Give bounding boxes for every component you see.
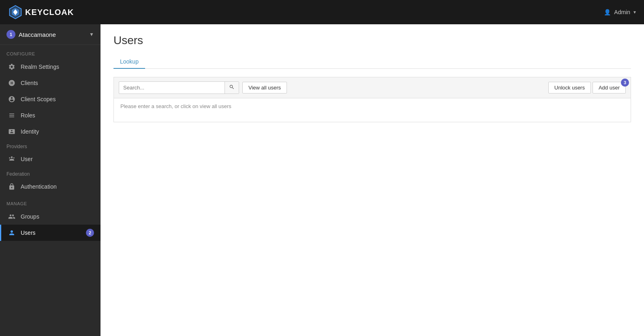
main-content: Users Lookup View all users Unlock users… (101, 24, 644, 336)
search-button[interactable] (225, 82, 239, 94)
user-federation-icon (8, 155, 16, 163)
providers-group-label: Providers (0, 140, 101, 151)
realm-badge: 1 (6, 30, 15, 39)
sidebar-item-user[interactable]: User (0, 151, 101, 167)
sidebar-item-realm-settings[interactable]: Realm Settings (0, 59, 101, 75)
unlock-users-button[interactable]: Unlock users (548, 82, 591, 94)
client-scopes-label: Client Scopes (21, 96, 56, 102)
brand-text: KEYCLOAK (25, 8, 74, 17)
client-scopes-icon (8, 95, 16, 103)
right-buttons: Unlock users Add user 3 (548, 82, 626, 94)
sidebar-item-clients[interactable]: Clients (0, 75, 101, 91)
roles-icon (8, 111, 16, 119)
search-input-wrapper (119, 81, 239, 94)
svg-point-4 (11, 156, 13, 158)
main-layout: 1 Ataccamaone ▼ Configure Realm Settings… (0, 24, 644, 336)
realm-selector[interactable]: 1 Ataccamaone ▼ (0, 24, 101, 45)
authentication-label: Authentication (21, 183, 57, 190)
identity-label: Identity (21, 128, 39, 135)
realm-settings-icon (8, 63, 16, 71)
users-label: Users (21, 230, 36, 236)
sidebar: 1 Ataccamaone ▼ Configure Realm Settings… (0, 24, 101, 336)
sidebar-item-client-scopes[interactable]: Client Scopes (0, 91, 101, 107)
brand: KEYCLOAK (8, 5, 74, 19)
keycloak-logo[interactable]: KEYCLOAK (8, 5, 74, 19)
sidebar-item-roles[interactable]: Roles (0, 107, 101, 123)
svg-point-5 (13, 157, 15, 159)
search-icon (229, 84, 235, 90)
navbar: KEYCLOAK 👤 Admin ▾ (0, 0, 644, 24)
empty-search-message: Please enter a search, or click on view … (120, 103, 231, 109)
identity-icon (8, 128, 16, 136)
search-bar-row: View all users Unlock users Add user 3 (113, 77, 631, 98)
federation-group-label: Federation (0, 167, 101, 179)
users-icon (8, 229, 16, 237)
configure-section-label: Configure (0, 45, 101, 59)
sidebar-item-users[interactable]: Users 2 (0, 225, 101, 241)
keycloak-logo-icon (8, 5, 23, 19)
admin-label: Admin (614, 9, 630, 15)
search-input[interactable] (119, 82, 225, 93)
manage-section-label: Manage (0, 195, 101, 208)
authentication-icon (8, 183, 16, 191)
search-result-area: Please enter a search, or click on view … (113, 98, 631, 122)
roles-label: Roles (21, 112, 35, 119)
clients-icon (8, 79, 16, 87)
add-user-badge: 3 (621, 79, 629, 87)
svg-point-6 (9, 157, 10, 159)
realm-settings-label: Realm Settings (21, 64, 59, 70)
user-person-icon: 👤 (604, 9, 611, 15)
tabs-bar: Lookup (113, 55, 631, 69)
view-all-users-button[interactable]: View all users (242, 82, 287, 94)
realm-name: Ataccamaone (19, 31, 86, 38)
users-badge: 2 (86, 229, 94, 237)
realm-chevron-icon: ▼ (89, 32, 94, 37)
sidebar-item-identity[interactable]: Identity (0, 123, 101, 140)
page-title: Users (113, 34, 631, 47)
tab-lookup[interactable]: Lookup (113, 55, 145, 69)
sidebar-item-groups[interactable]: Groups (0, 208, 101, 225)
groups-icon (8, 213, 16, 221)
user-label: User (21, 156, 33, 162)
navbar-user[interactable]: 👤 Admin ▾ (604, 9, 636, 15)
groups-label: Groups (21, 213, 39, 220)
user-dropdown-icon[interactable]: ▾ (633, 9, 636, 15)
clients-label: Clients (21, 80, 38, 86)
sidebar-item-authentication[interactable]: Authentication (0, 179, 101, 195)
add-user-wrapper: Add user 3 (593, 82, 626, 94)
